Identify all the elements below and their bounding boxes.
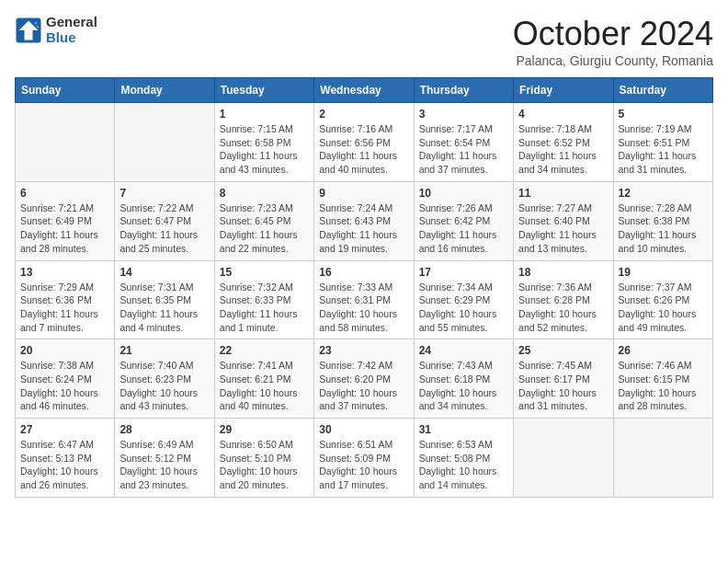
day-number: 14 [119, 266, 209, 279]
day-detail: Sunrise: 7:38 AMSunset: 6:24 PMDaylight:… [20, 359, 109, 413]
day-cell: 11Sunrise: 7:27 AMSunset: 6:40 PMDayligh… [514, 181, 613, 260]
subtitle: Palanca, Giurgiu County, Romania [513, 53, 713, 68]
day-detail: Sunrise: 7:23 AMSunset: 6:45 PMDaylight:… [220, 201, 309, 256]
week-row-2: 6Sunrise: 7:21 AMSunset: 6:49 PMDaylight… [16, 181, 713, 260]
day-detail: Sunrise: 7:33 AMSunset: 6:31 PMDaylight:… [319, 281, 408, 335]
day-detail: Sunrise: 6:53 AMSunset: 5:08 PMDaylight:… [419, 438, 508, 492]
main-title: October 2024 [513, 15, 713, 53]
day-detail: Sunrise: 6:50 AMSunset: 5:10 PMDaylight:… [220, 438, 309, 492]
day-cell: 12Sunrise: 7:28 AMSunset: 6:38 PMDayligh… [613, 181, 712, 260]
day-number: 19 [619, 266, 708, 279]
day-detail: Sunrise: 7:21 AMSunset: 6:49 PMDaylight:… [20, 201, 109, 256]
day-cell [613, 419, 712, 498]
day-cell: 9Sunrise: 7:24 AMSunset: 6:43 PMDaylight… [314, 181, 414, 260]
day-cell: 30Sunrise: 6:51 AMSunset: 5:09 PMDayligh… [314, 419, 414, 498]
day-detail: Sunrise: 7:32 AMSunset: 6:33 PMDaylight:… [220, 281, 309, 335]
header-friday: Friday [514, 78, 613, 103]
day-cell: 7Sunrise: 7:22 AMSunset: 6:47 PMDaylight… [115, 181, 214, 260]
day-detail: Sunrise: 7:24 AMSunset: 6:43 PMDaylight:… [319, 201, 408, 256]
header-tuesday: Tuesday [214, 78, 313, 103]
header-row: SundayMondayTuesdayWednesdayThursdayFrid… [16, 78, 713, 103]
logo-text: General Blue [46, 15, 97, 45]
day-number: 11 [518, 187, 608, 200]
day-cell: 15Sunrise: 7:32 AMSunset: 6:33 PMDayligh… [214, 260, 313, 339]
day-number: 7 [119, 187, 209, 200]
day-cell [16, 103, 115, 182]
day-detail: Sunrise: 6:51 AMSunset: 5:09 PMDaylight:… [319, 438, 408, 492]
logo-icon [15, 17, 42, 44]
day-detail: Sunrise: 7:37 AMSunset: 6:26 PMDaylight:… [619, 281, 708, 335]
day-detail: Sunrise: 7:17 AMSunset: 6:54 PMDaylight:… [419, 122, 508, 177]
title-area: October 2024 Palanca, Giurgiu County, Ro… [513, 15, 713, 68]
day-number: 18 [518, 266, 608, 279]
day-cell: 8Sunrise: 7:23 AMSunset: 6:45 PMDaylight… [214, 181, 313, 260]
day-detail: Sunrise: 7:26 AMSunset: 6:42 PMDaylight:… [419, 201, 508, 256]
day-cell: 19Sunrise: 7:37 AMSunset: 6:26 PMDayligh… [613, 260, 712, 339]
day-detail: Sunrise: 7:29 AMSunset: 6:36 PMDaylight:… [20, 281, 109, 335]
day-number: 16 [319, 266, 408, 279]
day-number: 1 [220, 108, 309, 121]
day-number: 3 [419, 108, 508, 121]
week-row-5: 27Sunrise: 6:47 AMSunset: 5:13 PMDayligh… [16, 419, 713, 498]
header-saturday: Saturday [613, 78, 712, 103]
day-cell: 28Sunrise: 6:49 AMSunset: 5:12 PMDayligh… [115, 419, 214, 498]
day-number: 17 [419, 266, 508, 279]
week-row-1: 1Sunrise: 7:15 AMSunset: 6:58 PMDaylight… [16, 103, 713, 182]
day-detail: Sunrise: 7:28 AMSunset: 6:38 PMDaylight:… [619, 201, 708, 256]
day-detail: Sunrise: 7:41 AMSunset: 6:21 PMDaylight:… [220, 359, 309, 413]
day-detail: Sunrise: 7:42 AMSunset: 6:20 PMDaylight:… [319, 359, 408, 413]
day-detail: Sunrise: 7:19 AMSunset: 6:51 PMDaylight:… [619, 122, 708, 177]
day-number: 21 [119, 344, 209, 357]
day-cell: 21Sunrise: 7:40 AMSunset: 6:23 PMDayligh… [115, 339, 214, 419]
day-cell: 4Sunrise: 7:18 AMSunset: 6:52 PMDaylight… [514, 103, 613, 182]
day-cell: 3Sunrise: 7:17 AMSunset: 6:54 PMDaylight… [414, 103, 513, 182]
week-row-3: 13Sunrise: 7:29 AMSunset: 6:36 PMDayligh… [16, 260, 713, 339]
calendar-table: SundayMondayTuesdayWednesdayThursdayFrid… [15, 77, 713, 498]
logo-general-text: General [46, 15, 97, 30]
day-cell: 13Sunrise: 7:29 AMSunset: 6:36 PMDayligh… [16, 260, 115, 339]
day-number: 28 [119, 423, 209, 436]
day-detail: Sunrise: 7:22 AMSunset: 6:47 PMDaylight:… [119, 201, 209, 256]
day-number: 23 [319, 344, 408, 357]
day-detail: Sunrise: 7:36 AMSunset: 6:28 PMDaylight:… [518, 281, 608, 335]
day-cell: 20Sunrise: 7:38 AMSunset: 6:24 PMDayligh… [16, 339, 115, 419]
day-number: 29 [220, 423, 309, 436]
day-number: 24 [419, 344, 508, 357]
day-cell: 17Sunrise: 7:34 AMSunset: 6:29 PMDayligh… [414, 260, 513, 339]
day-detail: Sunrise: 7:34 AMSunset: 6:29 PMDaylight:… [419, 281, 508, 335]
day-number: 15 [220, 266, 309, 279]
day-cell: 31Sunrise: 6:53 AMSunset: 5:08 PMDayligh… [414, 419, 513, 498]
header: General Blue October 2024 Palanca, Giurg… [15, 15, 713, 68]
day-cell: 6Sunrise: 7:21 AMSunset: 6:49 PMDaylight… [16, 181, 115, 260]
day-detail: Sunrise: 7:45 AMSunset: 6:17 PMDaylight:… [518, 359, 608, 413]
day-cell: 27Sunrise: 6:47 AMSunset: 5:13 PMDayligh… [16, 419, 115, 498]
day-number: 8 [220, 187, 309, 200]
week-row-4: 20Sunrise: 7:38 AMSunset: 6:24 PMDayligh… [16, 339, 713, 419]
day-detail: Sunrise: 7:46 AMSunset: 6:15 PMDaylight:… [619, 359, 708, 413]
day-cell: 2Sunrise: 7:16 AMSunset: 6:56 PMDaylight… [314, 103, 414, 182]
day-detail: Sunrise: 7:31 AMSunset: 6:35 PMDaylight:… [119, 281, 209, 335]
day-number: 12 [619, 187, 708, 200]
day-detail: Sunrise: 7:18 AMSunset: 6:52 PMDaylight:… [518, 122, 608, 177]
day-detail: Sunrise: 6:49 AMSunset: 5:12 PMDaylight:… [119, 438, 209, 492]
day-cell: 18Sunrise: 7:36 AMSunset: 6:28 PMDayligh… [514, 260, 613, 339]
logo-blue-text: Blue [46, 30, 97, 46]
day-number: 31 [419, 423, 508, 436]
day-detail: Sunrise: 7:16 AMSunset: 6:56 PMDaylight:… [319, 122, 408, 177]
day-cell: 25Sunrise: 7:45 AMSunset: 6:17 PMDayligh… [514, 339, 613, 419]
day-cell: 5Sunrise: 7:19 AMSunset: 6:51 PMDaylight… [613, 103, 712, 182]
day-cell: 22Sunrise: 7:41 AMSunset: 6:21 PMDayligh… [214, 339, 313, 419]
day-number: 10 [419, 187, 508, 200]
day-cell: 23Sunrise: 7:42 AMSunset: 6:20 PMDayligh… [314, 339, 414, 419]
day-detail: Sunrise: 7:15 AMSunset: 6:58 PMDaylight:… [220, 122, 309, 177]
day-cell: 16Sunrise: 7:33 AMSunset: 6:31 PMDayligh… [314, 260, 414, 339]
day-number: 20 [20, 344, 109, 357]
day-number: 25 [518, 344, 608, 357]
day-cell: 10Sunrise: 7:26 AMSunset: 6:42 PMDayligh… [414, 181, 513, 260]
day-cell: 26Sunrise: 7:46 AMSunset: 6:15 PMDayligh… [613, 339, 712, 419]
day-detail: Sunrise: 7:40 AMSunset: 6:23 PMDaylight:… [119, 359, 209, 413]
day-detail: Sunrise: 6:47 AMSunset: 5:13 PMDaylight:… [20, 438, 109, 492]
day-detail: Sunrise: 7:43 AMSunset: 6:18 PMDaylight:… [419, 359, 508, 413]
logo: General Blue [15, 15, 97, 45]
day-cell [514, 419, 613, 498]
